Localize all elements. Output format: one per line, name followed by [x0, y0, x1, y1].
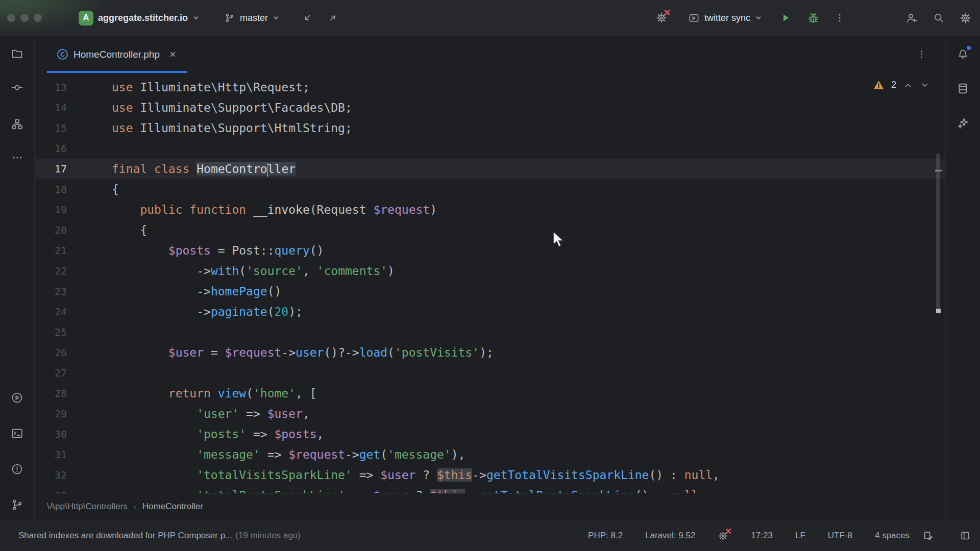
code-line[interactable]: 28 return view('home', [	[35, 383, 945, 404]
project-widget[interactable]: A aggregate.stitcher.io	[79, 11, 200, 26]
caret-position-widget[interactable]: 17:23	[751, 531, 773, 541]
code-line[interactable]: 17final class HomeController	[35, 159, 945, 179]
code-line[interactable]: 29 'user' => $user,	[35, 404, 945, 424]
code-line[interactable]: 31 'message' => $request->get('message')…	[35, 444, 945, 465]
code-token: get	[359, 448, 381, 461]
code-with-me-button[interactable]	[905, 12, 918, 24]
code-line[interactable]: 16	[35, 138, 945, 159]
code-token: $request	[225, 346, 282, 359]
code-token: 'source'	[246, 264, 303, 278]
code-line[interactable]: 24 ->paginate(20);	[35, 302, 945, 322]
code-token: = Post::	[211, 244, 275, 257]
version-control-tool-button[interactable]	[6, 493, 29, 516]
code-token: 'totalPostsSparkLine'	[197, 489, 345, 493]
more-tool-windows-button[interactable]	[6, 146, 29, 169]
code-token: function	[189, 203, 246, 216]
code-token: =>	[260, 448, 288, 461]
code-line[interactable]: 22 ->with('source', 'comments')	[35, 261, 945, 281]
code-token: ()	[310, 244, 324, 257]
code-token: 'totalVisitsSparkLine'	[197, 468, 352, 482]
debug-bug-icon	[807, 12, 820, 24]
services-tool-button[interactable]	[6, 386, 29, 409]
breadcrumb-leaf[interactable]: HomeController	[142, 502, 203, 512]
notifications-button[interactable]	[952, 42, 974, 65]
interpreter-error-button[interactable]	[655, 12, 668, 24]
code-line[interactable]: 25	[35, 322, 945, 342]
code-line[interactable]: 15use Illuminate\Support\HtmlString;	[35, 118, 945, 138]
close-icon	[168, 50, 177, 59]
terminal-tool-button[interactable]	[6, 422, 29, 444]
code-token: ,	[303, 407, 310, 420]
code-line[interactable]: 13use Illuminate\Http\Request;	[35, 77, 945, 97]
code-style-button[interactable]	[923, 530, 934, 541]
editor-scrollbar[interactable]	[936, 153, 940, 313]
previous-problem-icon[interactable]	[903, 80, 913, 90]
indent-widget[interactable]: 4 spaces	[875, 531, 910, 541]
code-token: $request	[373, 203, 430, 216]
laravel-version-widget[interactable]: Laravel: 9.52	[645, 531, 695, 541]
code-line[interactable]: 14use Illuminate\Support\Facades\DB;	[35, 97, 945, 118]
code-line[interactable]: 32 'totalVisitsSparkLine' => $user ? $th…	[35, 465, 945, 485]
code-text	[110, 138, 112, 159]
code-text: {	[110, 179, 119, 199]
code-line[interactable]: 30 'posts' => $posts,	[35, 424, 945, 444]
next-problem-icon[interactable]	[920, 80, 930, 90]
code-token: ->	[472, 468, 486, 482]
run-button[interactable]	[779, 12, 792, 24]
code-line[interactable]: 23 ->homePage()	[35, 281, 945, 302]
code-line[interactable]: 33 'totalPostsSparkLine' => $user ? $thi…	[35, 485, 945, 493]
code-text: ->with('source', 'comments')	[110, 261, 395, 281]
code-line[interactable]: 19 public function __invoke(Request $req…	[35, 199, 945, 220]
project-tool-button[interactable]	[6, 42, 29, 65]
settings-button[interactable]	[959, 12, 972, 24]
code-token: 'message'	[197, 448, 260, 461]
php-class-icon: C	[57, 49, 68, 60]
interpreter-error-widget[interactable]	[718, 531, 728, 541]
code-text	[110, 363, 112, 383]
minimize-window-button[interactable]	[20, 14, 29, 22]
code-text: $posts = Post::query()	[110, 240, 324, 261]
code-token: () :	[635, 489, 670, 493]
zoom-window-button[interactable]	[34, 14, 42, 22]
structure-tool-button[interactable]	[6, 113, 29, 135]
code-token: $posts	[275, 428, 317, 441]
code-token: $user	[373, 489, 408, 493]
line-separator-widget[interactable]: LF	[795, 531, 805, 541]
code-text: 'message' => $request->get('message'),	[110, 444, 465, 465]
code-token: HomeContro	[197, 162, 267, 176]
more-run-actions-button[interactable]	[834, 12, 845, 23]
tab-options-button[interactable]	[916, 49, 927, 60]
inspections-widget[interactable]: 2	[873, 79, 930, 91]
code-line[interactable]: 27	[35, 363, 945, 383]
database-tool-button[interactable]	[952, 77, 974, 99]
push-button[interactable]	[327, 12, 339, 24]
status-message[interactable]: Shared indexes are downloaded for PHP Co…	[0, 531, 301, 541]
code-line[interactable]: 18{	[35, 179, 945, 199]
problems-tool-button[interactable]	[6, 458, 29, 480]
breadcrumb-path[interactable]: \App\Http\Controllers	[47, 502, 128, 512]
update-project-button[interactable]	[301, 12, 313, 24]
commit-tool-button[interactable]	[6, 76, 29, 98]
ai-assistant-tool-button[interactable]	[952, 112, 974, 134]
line-number: 21	[35, 240, 110, 261]
code-editor[interactable]: 13use Illuminate\Http\Request;14use Illu…	[35, 73, 945, 493]
encoding-widget[interactable]: UTF-8	[828, 531, 852, 541]
code-text: 'totalPostsSparkLine' => $user ? $this->…	[110, 485, 705, 493]
debug-button[interactable]	[807, 12, 820, 24]
search-everywhere-button[interactable]	[933, 12, 945, 24]
vcs-branch-widget[interactable]: master	[224, 12, 280, 23]
line-number: 31	[35, 444, 110, 465]
close-window-button[interactable]	[7, 14, 15, 22]
php-version-widget[interactable]: PHP: 8.2	[588, 531, 623, 541]
readonly-toggle-button[interactable]	[960, 530, 971, 541]
code-token: () :	[649, 468, 684, 482]
editor-tab[interactable]: C HomeController.php	[47, 36, 187, 72]
code-line[interactable]: 21 $posts = Post::query()	[35, 240, 945, 261]
terminal-icon	[11, 427, 23, 440]
code-line[interactable]: 20 {	[35, 220, 945, 240]
tab-close-button[interactable]	[168, 50, 177, 59]
line-number: 13	[35, 77, 110, 97]
run-configuration-widget[interactable]: twitter sync	[688, 12, 762, 24]
code-token: Illuminate\Http\Request;	[133, 81, 310, 94]
code-line[interactable]: 26 $user = $request->user()?->load('post…	[35, 342, 945, 363]
